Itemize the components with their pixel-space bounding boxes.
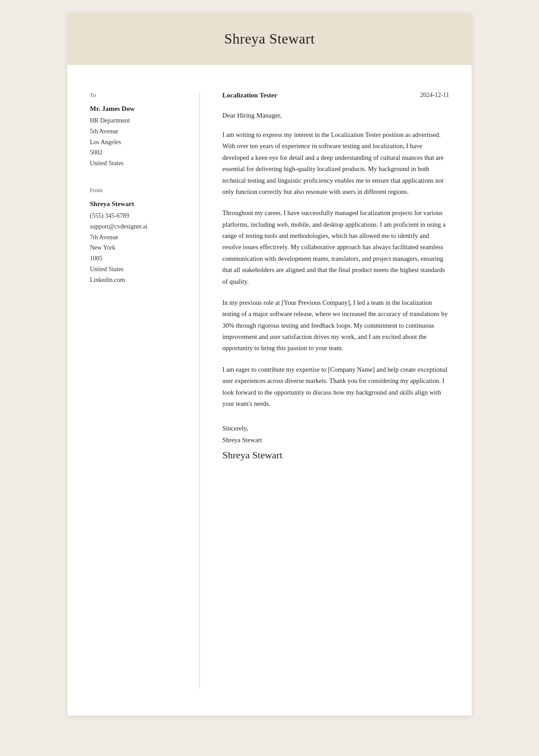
from-label: From <box>90 187 181 194</box>
left-column: To Mr. James Dow HR Department 5th Avenu… <box>67 92 200 689</box>
job-title: Localization Tester <box>222 92 277 99</box>
closing-text: Sincerely, <box>222 423 449 434</box>
right-column: Localization Tester 2024-12-11 Dear Hiri… <box>200 92 472 689</box>
sender-country: United States <box>90 264 181 275</box>
sender-city: New York <box>90 242 181 253</box>
recipient-zip: 5002 <box>90 147 181 158</box>
page-wrapper: Shreya Stewart To Mr. James Dow HR Depar… <box>67 13 472 716</box>
sender-phone: (555) 345-6789 <box>90 211 181 221</box>
paragraph-4: I am eager to contribute my expertise to… <box>222 364 449 410</box>
body-content: To Mr. James Dow HR Department 5th Avenu… <box>67 65 472 716</box>
to-section: To Mr. James Dow HR Department 5th Avenu… <box>90 92 181 169</box>
closing-block: Sincerely, Shreya Stewart Shreya Stewart <box>222 423 449 461</box>
sender-zip: 1005 <box>90 253 181 264</box>
letter-date: 2024-12-11 <box>420 92 449 99</box>
paragraph-1: I am writing to express my interest in t… <box>222 129 449 198</box>
right-header-row: Localization Tester 2024-12-11 <box>222 92 449 99</box>
paragraph-3: In my previous role at [Your Previous Co… <box>222 297 449 354</box>
recipient-city: Los Angeles <box>90 137 181 148</box>
closing-name: Shreya Stewart <box>222 436 449 444</box>
salutation: Dear Hiring Manager, <box>222 112 449 119</box>
header-name: Shreya Stewart <box>94 31 445 47</box>
sender-name: Shreya Stewart <box>90 200 181 208</box>
recipient-department: HR Department <box>90 115 181 126</box>
sender-street: 7th Avenue <box>90 232 181 243</box>
recipient-country: United States <box>90 158 181 169</box>
signature-cursive: Shreya Stewart <box>222 449 449 461</box>
paragraph-2: Throughout my career, I have successfull… <box>222 207 449 287</box>
sender-email: support@cvdesigner.ai <box>90 221 181 232</box>
sender-linkedin: Linkedin.com <box>90 275 181 286</box>
recipient-street: 5th Avenue <box>90 126 181 137</box>
to-label: To <box>90 92 181 99</box>
header: Shreya Stewart <box>67 13 472 65</box>
recipient-name: Mr. James Dow <box>90 105 181 113</box>
from-section: From Shreya Stewart (555) 345-6789 suppo… <box>90 187 181 286</box>
